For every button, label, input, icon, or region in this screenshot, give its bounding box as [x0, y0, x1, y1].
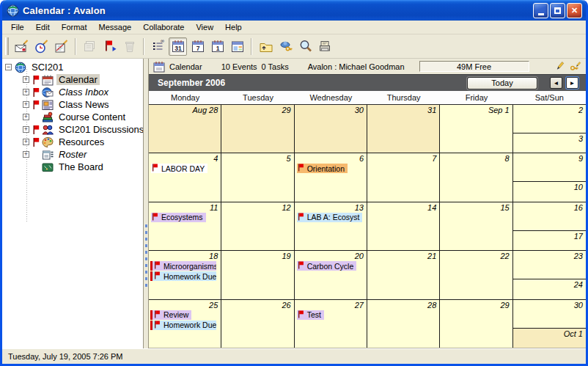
expand-icon[interactable]: +: [23, 126, 29, 133]
edit-pencil-icon[interactable]: [554, 61, 565, 72]
expand-icon[interactable]: +: [23, 76, 29, 83]
day-cell[interactable]: 26: [221, 300, 294, 348]
day-cell[interactable]: 21: [367, 251, 440, 299]
menu-edit[interactable]: Edit: [30, 21, 56, 33]
saturday-cell[interactable]: 9: [513, 153, 586, 181]
day-cell[interactable]: 18MicroorganismsHomework Due: [149, 251, 221, 299]
new-task-button[interactable]: [52, 37, 70, 56]
month-view-button[interactable]: 31: [169, 37, 187, 56]
list-view-icon: ∞: [151, 39, 166, 54]
expand-icon[interactable]: +: [23, 151, 29, 158]
permissions-pencil-icon[interactable]: [570, 61, 581, 72]
event-chip[interactable]: Microorganisms: [150, 261, 216, 271]
pane-splitter[interactable]: [144, 59, 149, 348]
sunday-cell[interactable]: 3: [513, 133, 586, 153]
tree-item-class-inbox[interactable]: +Class Inbox: [2, 86, 143, 98]
event-chip[interactable]: Carbon Cycle: [297, 261, 357, 271]
expand-icon[interactable]: +: [23, 139, 29, 145]
day-cell[interactable]: 29: [221, 105, 294, 153]
day-cell[interactable]: 6Orientation: [295, 153, 367, 202]
today-button[interactable]: Today: [467, 77, 537, 89]
tree-item-sci201-discussions[interactable]: +SCI201 Discussions: [2, 123, 143, 136]
menu-collaborate[interactable]: Collaborate: [137, 21, 190, 33]
toolbar-grip[interactable]: [5, 37, 9, 55]
event-chip[interactable]: LABOR DAY: [151, 164, 207, 173]
event-chip[interactable]: Homework Due: [150, 271, 216, 281]
event-flag-icon: [154, 261, 163, 271]
day-cell[interactable]: 31: [367, 105, 440, 153]
tree-item-class-news[interactable]: +Class News: [2, 98, 143, 111]
expand-icon[interactable]: +: [23, 89, 29, 95]
menu-file[interactable]: File: [5, 21, 30, 33]
flag-item-button[interactable]: [100, 37, 119, 56]
day-cell[interactable]: 20Carbon Cycle: [295, 251, 367, 299]
title-bar: Calendar : Avalon ✕: [2, 0, 586, 21]
day-cell[interactable]: 28: [367, 300, 440, 348]
print-button[interactable]: [316, 37, 334, 56]
collapse-icon[interactable]: −: [5, 64, 12, 70]
maximize-button[interactable]: [550, 3, 565, 18]
date-number: 16: [513, 202, 586, 212]
list-view-button[interactable]: ∞: [149, 37, 167, 56]
prev-month-button[interactable]: ◄: [550, 77, 562, 89]
sunday-cell[interactable]: Oct 1: [513, 328, 586, 348]
next-month-button[interactable]: ►: [566, 77, 578, 89]
day-cell[interactable]: 27Test: [295, 300, 367, 348]
expand-icon[interactable]: +: [23, 101, 29, 108]
event-chip[interactable]: Orientation: [297, 164, 348, 173]
menu-help[interactable]: Help: [219, 21, 248, 33]
day-cell[interactable]: 22: [440, 251, 512, 299]
day-cell[interactable]: 15: [440, 202, 512, 251]
tree-item-sci201[interactable]: −SCI201: [2, 61, 143, 73]
tree-item-the-board[interactable]: The Board: [2, 161, 143, 173]
menu-view[interactable]: View: [190, 21, 219, 33]
saturday-cell[interactable]: 23: [513, 251, 586, 279]
menu-format[interactable]: Format: [56, 21, 93, 33]
permissions-button[interactable]: [276, 37, 295, 56]
tree-item-calendar[interactable]: +Calendar: [2, 73, 143, 86]
date-number: 11: [149, 202, 221, 212]
day-cell[interactable]: 13LAB A: Ecosyst: [295, 202, 367, 251]
day-cell[interactable]: 8: [440, 153, 512, 202]
folder-up-button[interactable]: [257, 37, 275, 56]
date-number: 27: [295, 300, 367, 310]
event-chip[interactable]: Homework Due: [150, 321, 216, 330]
day-cell[interactable]: 30: [295, 105, 367, 153]
day-cell[interactable]: 5: [221, 153, 294, 202]
day-cell[interactable]: 11Ecosystems: [149, 202, 221, 251]
day-cell[interactable]: Aug 28: [149, 105, 221, 153]
saturday-cell[interactable]: 30: [513, 300, 586, 328]
day-cell[interactable]: Sep 1: [440, 105, 512, 153]
roster-icon: [42, 149, 54, 161]
day-cell[interactable]: 14: [367, 202, 440, 251]
event-chip[interactable]: LAB A: Ecosyst: [297, 213, 363, 222]
menu-message[interactable]: Message: [93, 21, 138, 33]
close-button[interactable]: ✕: [567, 3, 582, 18]
day-cell[interactable]: 4LABOR DAY: [149, 153, 221, 202]
multi-view-button[interactable]: [228, 37, 246, 56]
new-event-button[interactable]: [32, 37, 51, 56]
day-cell[interactable]: 19: [221, 251, 294, 299]
new-message-button[interactable]: [12, 37, 31, 56]
tree-item-resources[interactable]: +Resources: [2, 136, 143, 148]
tree-item-roster[interactable]: +Roster: [2, 148, 143, 161]
saturday-cell[interactable]: 2: [513, 105, 586, 133]
sunday-cell[interactable]: 17: [513, 230, 586, 250]
sunday-cell[interactable]: 10: [513, 181, 586, 201]
event-chip[interactable]: Test: [297, 310, 324, 320]
day-view-button[interactable]: 1: [208, 37, 227, 56]
day-cell[interactable]: 29: [440, 300, 512, 348]
search-button[interactable]: [296, 37, 315, 56]
expand-icon[interactable]: +: [23, 114, 29, 120]
event-chip[interactable]: Review: [150, 310, 191, 320]
sunday-cell[interactable]: 24: [513, 279, 586, 299]
tree-item-course-content[interactable]: +Course Content: [2, 111, 143, 123]
day-cell[interactable]: 7: [367, 153, 440, 202]
event-chip[interactable]: Ecosystems: [151, 213, 206, 222]
day-cell[interactable]: 12: [221, 202, 294, 251]
week-view-button[interactable]: 7: [188, 37, 207, 56]
saturday-cell[interactable]: 16: [513, 202, 586, 230]
day-cell[interactable]: 25ReviewHomework Due: [149, 300, 221, 348]
minimize-button[interactable]: [533, 3, 548, 18]
tasks-count: 0 Tasks: [262, 62, 289, 71]
